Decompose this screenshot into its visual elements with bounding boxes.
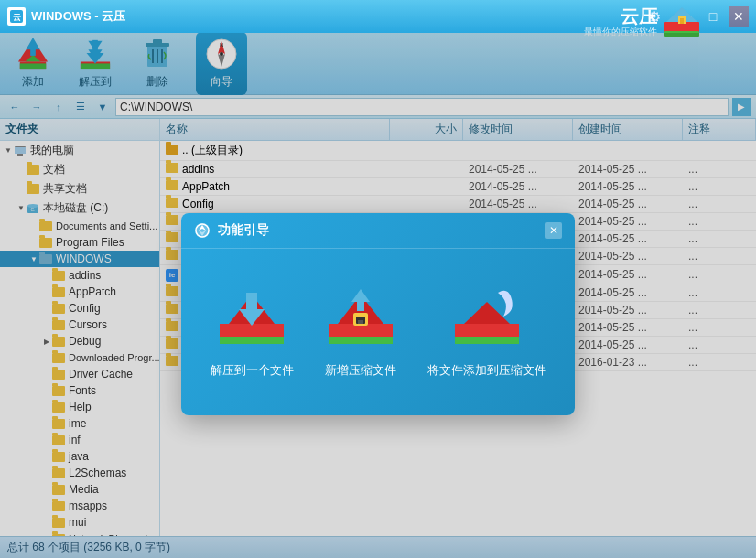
extract-big-icon: [215, 285, 288, 351]
close-icon: ✕: [549, 224, 558, 237]
new-zip-big-icon: [324, 285, 397, 351]
modal-header-icon: [194, 222, 211, 239]
modal-action-extract[interactable]: 解压到一个文件: [201, 276, 303, 388]
modal-title: 功能引导: [218, 222, 538, 239]
maximize-button[interactable]: □: [703, 6, 723, 27]
svg-rect-6: [680, 18, 684, 24]
svg-rect-54: [358, 320, 363, 324]
svg-rect-47: [246, 293, 257, 311]
add-to-zip-big-icon: [450, 285, 524, 351]
svg-text:云: 云: [13, 13, 21, 22]
modal-action-label: 新增压缩文件: [325, 362, 396, 379]
titlebar: 云 WINDOWS - 云压 云压 最懂你的压缩软件 ⚙ ─ □ ✕: [0, 0, 756, 33]
modal-action-label: 解压到一个文件: [211, 362, 294, 379]
extract-icon-wrapper: [215, 285, 288, 351]
svg-rect-50: [329, 337, 393, 344]
svg-rect-58: [455, 337, 519, 344]
close-button[interactable]: ✕: [729, 6, 749, 27]
feature-guide-modal: 功能引导 ✕: [181, 213, 575, 415]
modal-header: 功能引导 ✕: [181, 213, 575, 249]
svg-rect-45: [220, 337, 284, 344]
app-icon: 云: [7, 7, 26, 26]
modal-action-label: 将文件添加到压缩文件: [427, 362, 546, 379]
svg-marker-55: [351, 289, 370, 302]
modal-close-button[interactable]: ✕: [545, 222, 562, 239]
app-title: WINDOWS - 云压: [31, 8, 644, 25]
svg-rect-56: [357, 300, 364, 311]
modal-overlay: 功能引导 ✕: [0, 33, 756, 558]
modal-body: 解压到一个文件: [181, 249, 575, 415]
new-zip-icon-wrapper: [324, 285, 397, 351]
modal-action-add-to-zip[interactable]: 将文件添加到压缩文件: [418, 276, 556, 388]
modal-action-new-zip[interactable]: 新增压缩文件: [315, 276, 406, 388]
brand-name: 云压: [584, 7, 657, 26]
svg-marker-59: [464, 302, 510, 324]
add-to-zip-icon-wrapper: [450, 285, 524, 351]
